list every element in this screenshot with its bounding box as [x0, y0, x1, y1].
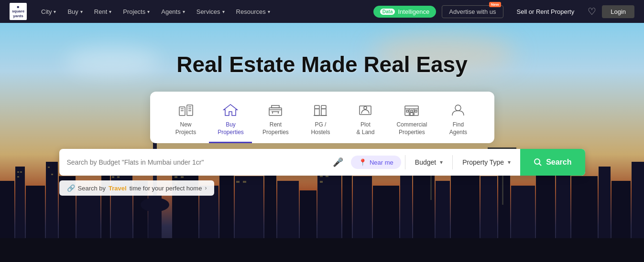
chevron-down-icon: ▾ — [508, 159, 511, 166]
svg-rect-61 — [179, 107, 185, 115]
chevron-down-icon: ▾ — [183, 9, 185, 14]
svg-rect-36 — [0, 238, 644, 262]
hero-section: Real Estate Made Real Easy — [0, 23, 644, 262]
plot-land-icon — [358, 103, 373, 118]
svg-marker-68 — [224, 105, 237, 115]
tab-new-projects-label: NewProjects — [175, 121, 196, 136]
chevron-down-icon: ▾ — [109, 9, 111, 14]
search-bar: 🎤 📍 Near me Budget ▾ Property Type ▾ — [59, 149, 585, 176]
travel-highlight: Travel — [109, 185, 127, 192]
svg-rect-76 — [321, 109, 326, 115]
tab-rent-properties[interactable]: RentProperties — [254, 99, 297, 143]
nav-buy[interactable]: Buy ▾ — [63, 0, 87, 23]
chevron-down-icon: ▾ — [440, 159, 443, 166]
nav-city[interactable]: City ▾ — [36, 0, 61, 23]
tab-pg-hostels[interactable]: PG /Hostels — [299, 99, 342, 143]
tab-commercial-label: CommercialProperties — [396, 121, 427, 136]
tabs-row: NewProjects BuyProperties — [164, 99, 480, 143]
nav-rent[interactable]: Rent ▾ — [89, 0, 116, 23]
search-section: 🎤 📍 Near me Budget ▾ Property Type ▾ — [59, 149, 585, 196]
new-badge: New — [489, 2, 501, 7]
logo[interactable]: ■squareyards — [10, 3, 27, 20]
search-input-wrap: 🎤 — [59, 157, 351, 168]
microphone-icon[interactable]: 🎤 — [333, 157, 343, 168]
tab-buy-properties-label: BuyProperties — [218, 121, 244, 136]
sell-rent-button[interactable]: Sell or Rent Property — [509, 6, 582, 18]
travel-icon: 🔗 — [67, 184, 75, 192]
chevron-right-icon: › — [205, 185, 207, 191]
tab-commercial[interactable]: CommercialProperties — [389, 99, 435, 143]
search-button[interactable]: Search — [520, 149, 585, 176]
chevron-down-icon: ▾ — [54, 9, 56, 14]
svg-rect-78 — [321, 105, 326, 109]
chevron-down-icon: ▾ — [222, 9, 225, 14]
svg-rect-75 — [315, 109, 319, 115]
find-agents-icon — [450, 103, 466, 118]
location-pin-icon: 📍 — [359, 158, 367, 166]
advertise-button[interactable]: New Advertise with us — [442, 5, 503, 18]
svg-rect-82 — [405, 106, 418, 115]
svg-rect-88 — [415, 110, 417, 112]
tab-plot-land-label: Plot& Land — [356, 121, 374, 136]
rent-properties-icon — [268, 103, 283, 118]
budget-dropdown[interactable]: Budget ▾ — [405, 149, 452, 176]
hero-title: Real Estate Made Real Easy — [176, 52, 468, 77]
svg-point-91 — [535, 159, 540, 164]
svg-point-90 — [455, 105, 461, 111]
navbar: ■squareyards City ▾ Buy ▾ Rent ▾ Project… — [0, 0, 644, 23]
search-input[interactable] — [67, 158, 329, 166]
logo-icon: ■squareyards — [10, 3, 27, 20]
tab-pg-hostels-label: PG /Hostels — [311, 121, 330, 136]
svg-rect-86 — [406, 110, 408, 112]
data-badge: Data — [380, 9, 395, 15]
svg-line-92 — [539, 164, 542, 166]
wishlist-heart-icon[interactable]: ♡ — [588, 6, 596, 17]
nav-agents[interactable]: Agents ▾ — [156, 0, 189, 23]
login-button[interactable]: Login — [602, 5, 634, 18]
buy-properties-icon — [223, 103, 238, 118]
property-tabs-card: NewProjects BuyProperties — [150, 92, 494, 143]
near-me-button[interactable]: 📍 Near me — [351, 156, 401, 169]
new-projects-icon — [178, 103, 194, 118]
nav-services[interactable]: Services ▾ — [192, 0, 229, 23]
nav-projects[interactable]: Projects ▾ — [118, 0, 154, 23]
svg-rect-89 — [410, 113, 413, 115]
data-intelligence-button[interactable]: Data Intelligence — [373, 6, 436, 18]
svg-point-81 — [364, 106, 367, 109]
commercial-icon — [404, 103, 419, 118]
travel-time-bar[interactable]: 🔗 Search by Travel time for your perfect… — [59, 180, 215, 196]
tab-find-agents[interactable]: FindAgents — [437, 99, 480, 143]
svg-rect-71 — [272, 105, 279, 108]
svg-rect-77 — [315, 105, 319, 109]
chevron-down-icon: ▾ — [268, 9, 270, 14]
tab-new-projects[interactable]: NewProjects — [164, 99, 207, 143]
chevron-down-icon: ▾ — [80, 9, 83, 14]
tab-buy-properties[interactable]: BuyProperties — [209, 99, 252, 143]
pg-hostels-icon — [313, 103, 328, 118]
property-type-dropdown[interactable]: Property Type ▾ — [453, 149, 520, 176]
tab-find-agents-label: FindAgents — [449, 121, 467, 136]
svg-rect-87 — [411, 110, 413, 112]
search-icon — [534, 158, 542, 167]
hero-content: Real Estate Made Real Easy — [0, 23, 644, 196]
tab-rent-properties-label: RentProperties — [262, 121, 289, 136]
nav-resources[interactable]: Resources ▾ — [231, 0, 275, 23]
tab-plot-land[interactable]: Plot& Land — [344, 99, 387, 143]
chevron-down-icon: ▾ — [147, 9, 150, 14]
